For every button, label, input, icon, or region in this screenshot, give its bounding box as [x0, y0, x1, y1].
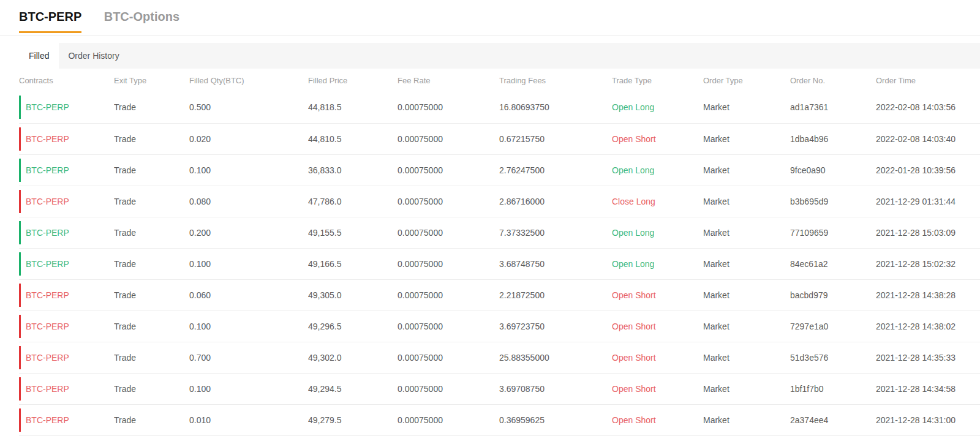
cell-order-no: 2a374ee4 [790, 404, 876, 435]
table-header-row: Contracts Exit Type Filled Qty(BTC) Fill… [19, 69, 980, 92]
cell-exit-type: Trade [114, 279, 189, 310]
cell-order-time: 2022-02-08 14:03:40 [876, 123, 980, 154]
cell-trading-fees: 7.37332500 [499, 217, 612, 248]
table-row: BTC-PERP Trade 0.060 49,305.0 0.00075000… [19, 279, 980, 310]
cell-order-type: Market [703, 248, 790, 279]
contract-label: BTC-PERP [26, 134, 69, 144]
cell-trading-fees: 3.69708750 [499, 373, 612, 404]
cell-trade-type: Open Short [612, 373, 703, 404]
cell-order-time: 2022-02-08 14:03:56 [876, 92, 980, 123]
contract-label: BTC-PERP [26, 290, 69, 300]
cell-trade-type: Open Long [612, 217, 703, 248]
contract-label: BTC-PERP [26, 384, 69, 394]
cell-fee-rate: 0.00075000 [398, 154, 499, 186]
cell-filled-price: 47,786.0 [308, 186, 398, 217]
cell-order-no: 1bf1f7b0 [790, 373, 876, 404]
cell-trade-type: Open Long [612, 248, 703, 279]
cell-order-no: 84ec61a2 [790, 248, 876, 279]
table-row: BTC-PERP Trade 0.500 44,818.5 0.00075000… [19, 92, 980, 123]
cell-trading-fees: 2.21872500 [499, 279, 612, 310]
contract-tab-bar: BTC-PERP BTC-Options [0, 0, 980, 36]
side-indicator-bar [19, 252, 21, 276]
cell-fee-rate: 0.00075000 [398, 92, 499, 123]
cell-fee-rate: 0.00075000 [398, 123, 499, 154]
tab-filled[interactable]: Filled [19, 43, 59, 69]
column-header-exit-type: Exit Type [114, 69, 189, 92]
column-header-trading-fees: Trading Fees [499, 69, 612, 92]
cell-order-no: 77109659 [790, 217, 876, 248]
tab-btc-options[interactable]: BTC-Options [104, 10, 179, 31]
table-row: BTC-PERP Trade 0.100 49,166.5 0.00075000… [19, 248, 980, 279]
cell-order-no: 9fce0a90 [790, 154, 876, 186]
cell-exit-type: Trade [114, 342, 189, 373]
filled-table-body: BTC-PERP Trade 0.500 44,818.5 0.00075000… [19, 92, 980, 435]
column-header-filled-qty: Filled Qty(BTC) [189, 69, 308, 92]
cell-trading-fees: 16.80693750 [499, 92, 612, 123]
table-row: BTC-PERP Trade 0.100 49,294.5 0.00075000… [19, 373, 980, 404]
side-indicator-bar [19, 377, 21, 401]
cell-order-no: b3b695d9 [790, 186, 876, 217]
tab-btc-perp[interactable]: BTC-PERP [19, 10, 81, 33]
cell-exit-type: Trade [114, 123, 189, 154]
cell-fee-rate: 0.00075000 [398, 310, 499, 342]
table-row: BTC-PERP Trade 0.200 49,155.5 0.00075000… [19, 217, 980, 248]
cell-exit-type: Trade [114, 154, 189, 186]
cell-trade-type: Open Short [612, 342, 703, 373]
cell-filled-qty: 0.100 [189, 248, 308, 279]
side-indicator-bar [19, 159, 21, 182]
cell-order-no: 7297e1a0 [790, 310, 876, 342]
cell-order-time: 2021-12-29 01:31:44 [876, 186, 980, 217]
cell-order-type: Market [703, 342, 790, 373]
cell-trading-fees: 0.67215750 [499, 123, 612, 154]
contract-label: BTC-PERP [26, 259, 69, 269]
table-row: BTC-PERP Trade 0.020 44,810.5 0.00075000… [19, 123, 980, 154]
cell-trade-type: Open Long [612, 92, 703, 123]
table-row: BTC-PERP Trade 0.100 49,296.5 0.00075000… [19, 310, 980, 342]
cell-order-time: 2021-12-28 15:03:09 [876, 217, 980, 248]
side-indicator-bar [19, 96, 21, 119]
cell-order-no: 51d3e576 [790, 342, 876, 373]
cell-fee-rate: 0.00075000 [398, 404, 499, 435]
cell-filled-qty: 0.500 [189, 92, 308, 123]
cell-order-time: 2021-12-28 15:02:32 [876, 248, 980, 279]
cell-order-no: 1dba4b96 [790, 123, 876, 154]
cell-order-type: Market [703, 279, 790, 310]
column-header-contracts: Contracts [19, 69, 114, 92]
cell-order-time: 2022-01-28 10:39:56 [876, 154, 980, 186]
cell-filled-qty: 0.060 [189, 279, 308, 310]
contract-label: BTC-PERP [26, 165, 69, 175]
table-row: BTC-PERP Trade 0.100 36,833.0 0.00075000… [19, 154, 980, 186]
cell-filled-price: 49,166.5 [308, 248, 398, 279]
side-indicator-bar [19, 346, 21, 369]
contract-label: BTC-PERP [26, 322, 69, 331]
side-indicator-bar [19, 408, 21, 432]
cell-order-type: Market [703, 404, 790, 435]
cell-trade-type: Open Short [612, 123, 703, 154]
tab-order-history[interactable]: Order History [59, 43, 128, 69]
cell-exit-type: Trade [114, 92, 189, 123]
cell-filled-qty: 0.100 [189, 310, 308, 342]
cell-order-time: 2021-12-28 14:38:02 [876, 310, 980, 342]
cell-fee-rate: 0.00075000 [398, 186, 499, 217]
filled-orders-table: Contracts Exit Type Filled Qty(BTC) Fill… [19, 69, 980, 436]
cell-order-time: 2021-12-28 14:35:33 [876, 342, 980, 373]
cell-order-no: bacbd979 [790, 279, 876, 310]
cell-fee-rate: 0.00075000 [398, 279, 499, 310]
cell-exit-type: Trade [114, 404, 189, 435]
cell-contract: BTC-PERP [19, 186, 114, 217]
cell-order-type: Market [703, 310, 790, 342]
cell-order-time: 2021-12-28 14:31:00 [876, 404, 980, 435]
cell-filled-qty: 0.100 [189, 373, 308, 404]
cell-contract: BTC-PERP [19, 279, 114, 310]
cell-filled-price: 49,155.5 [308, 217, 398, 248]
column-header-order-no: Order No. [790, 69, 876, 92]
column-header-filled-price: Filled Price [308, 69, 398, 92]
cell-filled-price: 36,833.0 [308, 154, 398, 186]
cell-filled-qty: 0.010 [189, 404, 308, 435]
cell-exit-type: Trade [114, 217, 189, 248]
order-view-tab-bar: Filled Order History [19, 43, 980, 69]
cell-order-no: ad1a7361 [790, 92, 876, 123]
cell-filled-price: 49,296.5 [308, 310, 398, 342]
cell-trading-fees: 3.69723750 [499, 310, 612, 342]
cell-trading-fees: 0.36959625 [499, 404, 612, 435]
